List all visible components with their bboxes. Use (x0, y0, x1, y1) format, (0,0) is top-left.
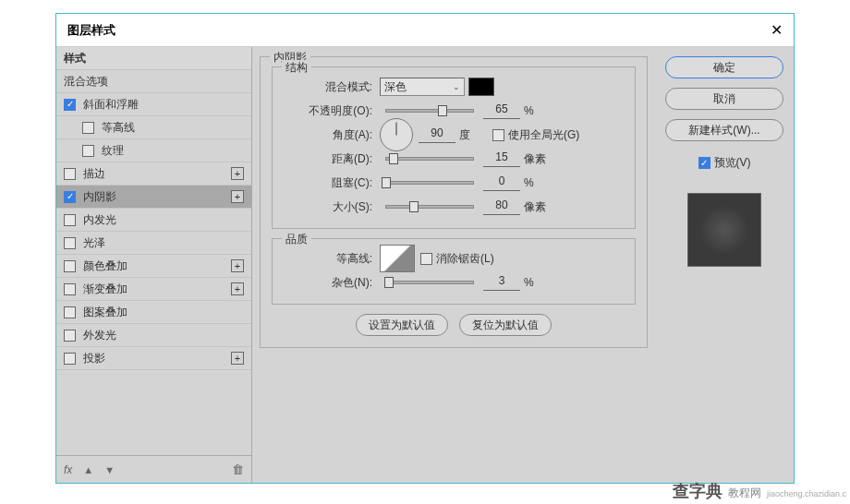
watermark-text: 教程网 (728, 486, 761, 501)
blending-options-label: 混合选项 (64, 74, 108, 90)
blend-mode-row: 混合模式: 深色 ⌄ (280, 75, 627, 99)
style-item[interactable]: 内发光 (56, 209, 251, 232)
style-checkbox[interactable] (82, 145, 94, 157)
style-item[interactable]: 外发光 (56, 324, 251, 347)
style-item[interactable]: 等高线 (56, 116, 251, 139)
shadow-color-swatch[interactable] (468, 78, 494, 96)
size-label: 大小(S): (280, 199, 372, 215)
preview-checkbox[interactable] (698, 157, 710, 169)
style-item[interactable]: 颜色叠加+ (56, 255, 251, 278)
style-checkbox[interactable] (64, 191, 76, 203)
distance-row: 距离(D): 15 像素 (280, 147, 627, 171)
antialias-checkbox[interactable] (420, 253, 432, 265)
blend-mode-select[interactable]: 深色 ⌄ (380, 78, 465, 96)
noise-slider[interactable] (385, 281, 474, 284)
styles-header-label: 样式 (64, 51, 86, 66)
opacity-unit: % (524, 104, 557, 117)
style-checkbox[interactable] (64, 330, 76, 342)
style-item-label: 斜面和浮雕 (83, 97, 139, 113)
style-checkbox[interactable] (64, 99, 76, 111)
style-item-label: 等高线 (102, 120, 135, 136)
angle-value[interactable]: 90 (419, 126, 455, 143)
add-effect-icon[interactable]: + (231, 282, 244, 295)
ok-button[interactable]: 确定 (665, 56, 783, 78)
contour-row: 等高线: 消除锯齿(L) (280, 246, 627, 270)
noise-unit: % (524, 276, 557, 289)
styles-list: 样式 混合选项 斜面和浮雕等高线纹理描边+内阴影+内发光光泽颜色叠加+渐变叠加+… (56, 47, 251, 455)
style-item-label: 光泽 (83, 235, 105, 251)
style-item-label: 内发光 (83, 212, 116, 228)
choke-value[interactable]: 0 (483, 174, 520, 191)
style-item[interactable]: 描边+ (56, 162, 251, 186)
style-item-label: 描边 (83, 166, 105, 182)
preview-row: 预览(V) (698, 150, 751, 174)
blend-mode-value: 深色 (384, 79, 407, 95)
set-default-button[interactable]: 设置为默认值 (356, 314, 448, 336)
close-icon[interactable]: ✕ (771, 21, 783, 39)
opacity-slider[interactable] (385, 109, 474, 113)
contour-picker[interactable] (380, 245, 415, 272)
style-checkbox[interactable] (64, 353, 76, 365)
noise-label: 杂色(N): (280, 275, 372, 291)
style-item[interactable]: 渐变叠加+ (56, 278, 251, 301)
style-checkbox[interactable] (64, 306, 76, 318)
styles-header[interactable]: 样式 (56, 47, 251, 70)
distance-value[interactable]: 15 (483, 150, 520, 167)
watermark: 查字典 教程网 jiaocheng.chazidian.c (673, 480, 846, 502)
style-item[interactable]: 内阴影+ (56, 186, 251, 209)
noise-value[interactable]: 3 (483, 274, 520, 291)
add-effect-icon[interactable]: + (231, 259, 244, 272)
chevron-down-icon: ⌄ (453, 82, 460, 91)
style-item[interactable]: 纹理 (56, 139, 251, 162)
size-row: 大小(S): 80 像素 (280, 195, 627, 219)
fx-menu-icon[interactable]: fx (64, 463, 72, 476)
dialog-body: 样式 混合选项 斜面和浮雕等高线纹理描边+内阴影+内发光光泽颜色叠加+渐变叠加+… (56, 47, 794, 483)
add-effect-icon[interactable]: + (231, 190, 244, 203)
add-effect-icon[interactable]: + (231, 352, 244, 365)
style-item-label: 内阴影 (83, 189, 116, 205)
style-item[interactable]: 光泽 (56, 232, 251, 255)
layer-style-dialog: 图层样式 ✕ 样式 混合选项 斜面和浮雕等高线纹理描边+内阴影+内发光光泽颜色叠… (55, 13, 795, 484)
distance-slider[interactable] (385, 157, 474, 161)
move-up-icon[interactable]: ▲ (83, 464, 93, 475)
quality-group: 品质 等高线: 消除锯齿(L) 杂色(N): 3 % (272, 238, 636, 305)
trash-icon[interactable]: 🗑 (232, 462, 244, 476)
style-item[interactable]: 投影+ (56, 347, 251, 370)
style-item-label: 颜色叠加 (83, 258, 128, 274)
angle-label: 角度(A): (280, 127, 372, 143)
antialias-label: 消除锯齿(L) (436, 251, 494, 267)
distance-label: 距离(D): (280, 151, 372, 167)
angle-dial[interactable] (380, 118, 413, 151)
preview-thumbnail (687, 193, 761, 267)
global-light-checkbox[interactable] (492, 129, 504, 141)
style-checkbox[interactable] (64, 237, 76, 249)
blend-mode-label: 混合模式: (280, 79, 372, 95)
effect-settings-panel: 内阴影 结构 混合模式: 深色 ⌄ 不透明度(O): 65 (252, 47, 655, 483)
style-checkbox[interactable] (64, 283, 76, 295)
reset-default-button[interactable]: 复位为默认值 (459, 314, 552, 336)
move-down-icon[interactable]: ▼ (104, 464, 115, 475)
style-item[interactable]: 斜面和浮雕 (56, 93, 251, 116)
style-checkbox[interactable] (82, 122, 94, 134)
add-effect-icon[interactable]: + (231, 167, 244, 180)
action-panel: 确定 取消 新建样式(W)... 预览(V) (655, 47, 794, 483)
opacity-label: 不透明度(O): (280, 103, 372, 119)
cancel-button[interactable]: 取消 (665, 88, 783, 110)
style-item[interactable]: 图案叠加 (56, 301, 251, 324)
new-style-button[interactable]: 新建样式(W)... (665, 119, 783, 141)
structure-legend: 结构 (282, 60, 311, 76)
structure-group: 结构 混合模式: 深色 ⌄ 不透明度(O): 65 % (272, 66, 636, 229)
choke-row: 阻塞(C): 0 % (280, 171, 627, 195)
style-checkbox[interactable] (64, 214, 76, 226)
quality-legend: 品质 (282, 232, 311, 247)
watermark-url: jiaocheng.chazidian.c (767, 489, 846, 498)
choke-slider[interactable] (385, 181, 474, 185)
size-slider[interactable] (385, 205, 474, 209)
preview-inner (699, 205, 749, 255)
style-checkbox[interactable] (64, 260, 76, 272)
blending-options-row[interactable]: 混合选项 (56, 70, 251, 93)
opacity-value[interactable]: 65 (483, 102, 520, 119)
style-item-label: 渐变叠加 (83, 282, 128, 297)
size-value[interactable]: 80 (483, 198, 520, 215)
style-checkbox[interactable] (64, 168, 76, 180)
